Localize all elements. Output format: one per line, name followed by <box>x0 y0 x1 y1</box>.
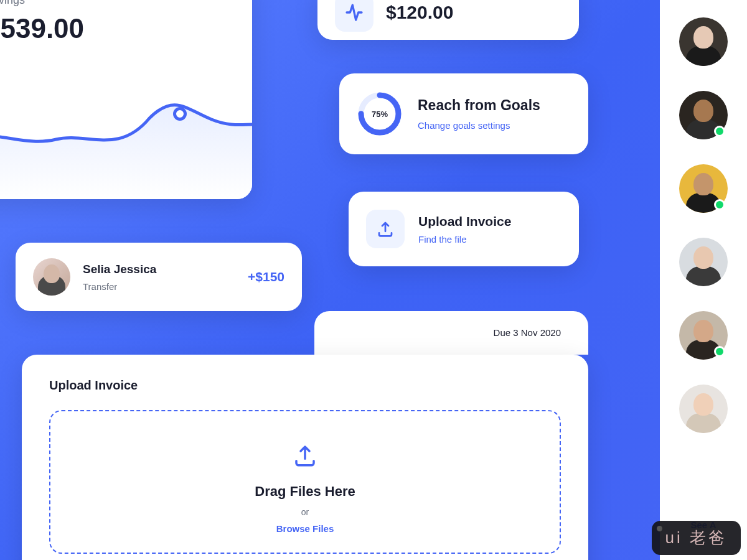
browse-files-link[interactable]: Browse Files <box>63 523 547 534</box>
goals-title: Reach from Goals <box>418 97 540 114</box>
contact-avatar[interactable] <box>679 238 728 286</box>
contact-avatar[interactable] <box>679 311 728 360</box>
contact-avatar[interactable] <box>679 17 728 66</box>
savings-amount: $539.00 <box>0 13 230 44</box>
activity-card[interactable]: $120.00 <box>317 0 579 40</box>
find-file-link[interactable]: Find the file <box>418 234 511 245</box>
contact-avatar[interactable] <box>679 164 728 213</box>
online-status-icon <box>714 346 725 357</box>
goals-percent: 75% <box>372 110 388 119</box>
upload-invoice-card[interactable]: Upload Invoice Find the file <box>349 192 579 266</box>
upload-panel-title: Upload Invoice <box>49 378 561 393</box>
transfer-amount: +$150 <box>248 269 284 284</box>
savings-chart <box>0 75 252 199</box>
upload-invoice-title: Upload Invoice <box>418 214 511 229</box>
goals-progress-ring: 75% <box>357 91 403 137</box>
watermark: ui 老爸 <box>652 521 741 555</box>
goals-card[interactable]: 75% Reach from Goals Change goals settin… <box>339 73 588 154</box>
contact-avatar[interactable] <box>679 385 728 433</box>
transfer-name: Selia Jessica <box>83 263 248 276</box>
activity-amount: $120.00 <box>386 2 453 23</box>
upload-invoice-panel: Upload Invoice Drag Files Here or Browse… <box>22 355 588 560</box>
due-date-tab: Due 3 Nov 2020 <box>314 311 588 355</box>
upload-icon <box>292 442 318 469</box>
contacts-sidebar: See A <box>660 0 747 560</box>
online-status-icon <box>714 199 725 210</box>
upload-dropzone[interactable]: Drag Files Here or Browse Files <box>49 410 561 554</box>
activity-icon <box>335 0 374 32</box>
transfer-avatar <box>33 258 70 296</box>
goals-settings-link[interactable]: Change goals settings <box>418 120 540 131</box>
drop-title: Drag Files Here <box>63 483 547 500</box>
transfer-type: Transfer <box>83 281 248 292</box>
chart-marker <box>173 107 187 121</box>
online-status-icon <box>714 126 725 137</box>
transfer-card[interactable]: Selia Jessica Transfer +$150 <box>16 243 302 311</box>
drop-or: or <box>63 507 547 517</box>
savings-label: Savings <box>0 0 230 7</box>
upload-icon <box>366 210 405 248</box>
savings-card: Savings $539.00 <box>0 0 252 199</box>
due-date: Due 3 Nov 2020 <box>494 327 561 338</box>
contact-avatar[interactable] <box>679 91 728 139</box>
